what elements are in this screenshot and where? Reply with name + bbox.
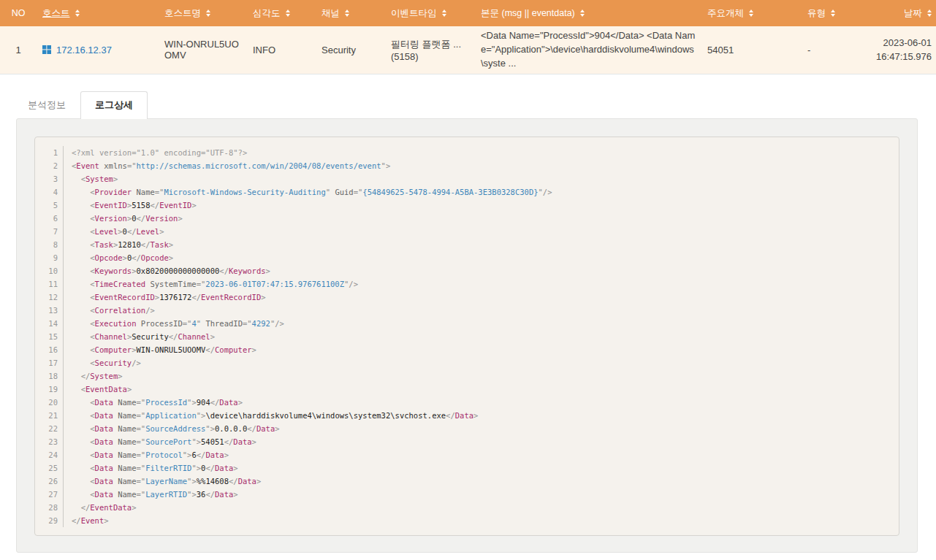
code-line: 14 <Execution ProcessID="4" ThreadID="42… [35, 317, 899, 330]
code-text: <Computer>WIN-ONRUL5UOOMV</Computer> [64, 343, 256, 356]
code-line: 23 <Data Name="SourcePort">54051</Data> [35, 435, 899, 448]
line-number: 29 [41, 514, 64, 527]
column-header-channel[interactable]: 채널 [314, 7, 384, 20]
cell-body: <Data Name="ProcessId">904</Data> <Data … [475, 26, 701, 74]
code-line: 4 <Provider Name="Microsoft-Windows-Secu… [35, 185, 899, 199]
code-text: </System> [64, 369, 123, 383]
tab-log-detail[interactable]: 로그상세 [80, 91, 148, 119]
code-text: <Data Name="Application">\device\harddis… [64, 409, 478, 422]
code-line: 16 <Computer>WIN-ONRUL5UOOMV</Computer> [35, 343, 899, 356]
column-header-mainobject[interactable]: 주요개체 [701, 7, 785, 20]
sort-arrows-icon[interactable] [580, 9, 585, 17]
code-line: 26 <Data Name="LayerName">%%14608</Data> [35, 475, 899, 488]
line-number: 5 [41, 199, 64, 212]
host-ip-link[interactable]: 172.16.12.37 [56, 45, 112, 55]
line-number: 14 [41, 317, 64, 330]
code-line: 28 </EventData> [35, 501, 899, 514]
column-header-label: 심각도 [253, 7, 281, 20]
sort-arrows-icon[interactable] [206, 9, 210, 17]
line-number: 22 [41, 422, 64, 435]
code-text: </EventData> [64, 501, 137, 514]
line-number: 9 [41, 251, 64, 264]
code-text: <Task>12810</Task> [64, 238, 173, 251]
code-text: <Data Name="Protocol">6</Data> [64, 448, 229, 461]
code-line: 8 <Task>12810</Task> [35, 238, 899, 251]
code-line: 17 <Security/> [35, 356, 899, 369]
code-line: 5 <EventID>5158</EventID> [35, 199, 899, 212]
code-line: 24 <Data Name="Protocol">6</Data> [35, 448, 899, 461]
column-header-severity[interactable]: 심각도 [245, 7, 314, 20]
cell-channel: Security [314, 42, 384, 58]
code-text: <Security/> [64, 356, 141, 369]
sort-arrows-icon[interactable] [286, 9, 290, 17]
line-number: 4 [41, 185, 64, 199]
code-text: <Data Name="SourcePort">54051</Data> [64, 435, 256, 448]
line-number: 10 [41, 264, 64, 277]
column-header-label: 유형 [807, 7, 826, 20]
column-header-label: NO [12, 8, 26, 18]
log-detail-panel: 1<?xml version="1.0" encoding="UTF-8"?>2… [16, 118, 918, 553]
table-header-row: NO 호스트 호스트명 심각도 채널 이벤트타임 본문 (msg || even… [0, 0, 936, 26]
table-row: 1 172.16.12.37 WIN-ONRUL5UOOMV INFO Secu… [0, 26, 936, 74]
cell-host: 172.16.12.37 [37, 42, 157, 58]
cell-mainobject: 54051 [701, 42, 785, 58]
sort-arrows-icon[interactable] [345, 9, 349, 17]
code-text: <Keywords>0x8020000000000000</Keywords> [64, 264, 270, 277]
line-number: 18 [41, 369, 64, 383]
tab-analysis-info[interactable]: 분석정보 [28, 92, 66, 118]
code-text: <Data Name="ProcessId">904</Data> [64, 396, 243, 409]
line-number: 27 [41, 488, 64, 501]
column-header-body[interactable]: 본문 (msg || eventdata) [475, 7, 701, 20]
sort-arrows-icon[interactable] [927, 9, 932, 17]
column-header-label: 채널 [321, 7, 340, 20]
column-header-label: 날짜 [904, 7, 922, 20]
code-line: 18 </System> [35, 369, 899, 383]
column-header-hostname[interactable]: 호스트명 [157, 7, 245, 20]
code-line: 27 <Data Name="LayerRTID">36</Data> [35, 488, 899, 501]
line-number: 13 [41, 304, 64, 317]
column-header-label: 본문 (msg || eventdata) [481, 7, 575, 20]
code-text: <Event xmlns="http://schemas.microsoft.c… [64, 159, 390, 172]
code-line: 1<?xml version="1.0" encoding="UTF-8"?> [35, 146, 899, 159]
code-text: <EventData> [64, 383, 132, 396]
code-line: 19 <EventData> [35, 383, 899, 396]
code-line: 10 <Keywords>0x8020000000000000</Keyword… [35, 264, 899, 277]
log-result-table: NO 호스트 호스트명 심각도 채널 이벤트타임 본문 (msg || even… [0, 0, 936, 74]
code-line: 12 <EventRecordID>1376172</EventRecordID… [35, 291, 899, 304]
code-line: 25 <Data Name="FilterRTID">0</Data> [35, 461, 899, 475]
code-text: <Correlation/> [64, 304, 155, 317]
sort-arrows-icon[interactable] [75, 9, 80, 17]
code-line: 29</Event> [35, 514, 899, 527]
code-line: 2<Event xmlns="http://schemas.microsoft.… [35, 159, 899, 172]
windows-logo-icon [42, 45, 51, 54]
column-header-type[interactable]: 유형 [785, 7, 862, 20]
line-number: 20 [41, 396, 64, 409]
code-line: 9 <Opcode>0</Opcode> [35, 251, 899, 264]
line-number: 16 [41, 343, 64, 356]
column-header-date[interactable]: 날짜 [862, 7, 936, 20]
line-number: 17 [41, 356, 64, 369]
column-header-label: 호스트 [42, 7, 70, 20]
code-text: <Data Name="LayerName">%%14608</Data> [64, 475, 261, 488]
cell-type: - [785, 42, 862, 58]
cell-severity: INFO [245, 42, 314, 58]
sort-arrows-icon[interactable] [442, 9, 446, 17]
line-number: 23 [41, 435, 64, 448]
sort-arrows-icon[interactable] [831, 9, 835, 17]
cell-date: 2023-06-01 16:47:15.976 [862, 33, 936, 67]
code-text: <System> [64, 172, 118, 185]
column-header-host[interactable]: 호스트 [37, 7, 157, 20]
code-text: <Data Name="LayerRTID">36</Data> [64, 488, 238, 501]
sort-arrows-icon[interactable] [749, 9, 753, 17]
code-line: 11 <TimeCreated SystemTime="2023-06-01T0… [35, 277, 899, 291]
column-header-eventtime[interactable]: 이벤트타임 [384, 7, 475, 20]
code-line: 22 <Data Name="SourceAddress">0.0.0.0</D… [35, 422, 899, 435]
line-number: 7 [41, 225, 64, 238]
code-text: <Data Name="SourceAddress">0.0.0.0</Data… [64, 422, 280, 435]
code-line: 7 <Level>0</Level> [35, 225, 899, 238]
code-text: <Level>0</Level> [64, 225, 164, 238]
line-number: 2 [41, 159, 64, 172]
code-line: 21 <Data Name="Application">\device\hard… [35, 409, 899, 422]
code-text: <?xml version="1.0" encoding="UTF-8"?> [64, 146, 247, 159]
line-number: 11 [41, 277, 64, 291]
